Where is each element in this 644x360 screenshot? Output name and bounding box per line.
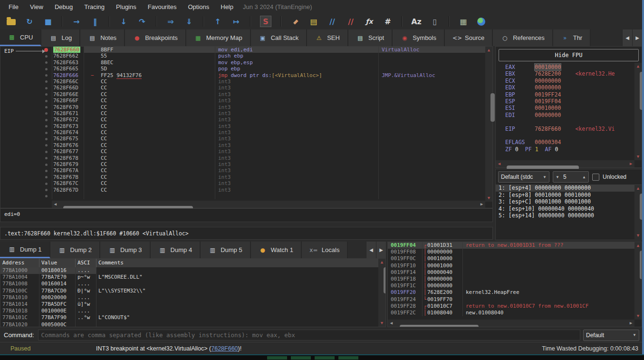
stack-row[interactable]: 0019FF14 │ 00000040 bbox=[388, 269, 642, 276]
stack-row[interactable]: 0019FF04 ┌ 01001D31 return to new.01001D… bbox=[388, 242, 642, 249]
tab-script[interactable]: ▤ Script bbox=[348, 29, 393, 46]
register-row[interactable]: EDI 00000000 bbox=[496, 112, 642, 118]
toolbar-separator[interactable] bbox=[62, 16, 63, 27]
cpu-flag[interactable]: ZF0 bbox=[505, 146, 519, 153]
comments-icon[interactable]: ▤ bbox=[309, 16, 318, 27]
disassembly-row[interactable] bbox=[40, 193, 485, 199]
disassembly-row[interactable]: 7628F674 CC int3 bbox=[40, 129, 485, 136]
stack-horizontal-scrollbar[interactable]: ◀ ▶ bbox=[388, 320, 634, 327]
strings-icon[interactable]: Az bbox=[412, 16, 421, 27]
argument-row[interactable]: 4:[esp+10]0000004000000040 bbox=[496, 205, 642, 213]
tab-log[interactable]: ▤ Log bbox=[41, 29, 80, 46]
register-row[interactable]: EFLAGS 00000304 bbox=[496, 139, 642, 146]
registers-vertical-scrollbar[interactable]: ▲ ▼ bbox=[634, 63, 642, 160]
command-profile-select[interactable]: Default ▼ bbox=[583, 330, 639, 341]
tab-notes[interactable]: ▤ Notes bbox=[80, 29, 125, 46]
register-row[interactable] bbox=[496, 118, 642, 125]
disassembly-row[interactable]: 7628F66D CC int3 bbox=[40, 85, 485, 91]
modules-icon[interactable]: ▯ bbox=[430, 16, 440, 27]
trace-over-icon[interactable]: ∕∕ bbox=[346, 16, 356, 27]
menu-item[interactable]: View bbox=[24, 1, 49, 13]
register-row[interactable]: EBP 0019FF24 bbox=[496, 91, 642, 98]
menu-item[interactable]: File bbox=[3, 1, 24, 13]
dump-vertical-scrollbar[interactable]: ▲ ▼ bbox=[378, 259, 385, 327]
toolbar-separator[interactable] bbox=[250, 16, 251, 27]
dump-row[interactable]: 77BA1000 00180016 .... bbox=[0, 267, 385, 274]
argument-row[interactable]: 3:[esp+C]0000100000001000 bbox=[496, 198, 642, 205]
toolbar-separator[interactable] bbox=[280, 16, 281, 27]
stack-row[interactable]: 0019FF1C │ 00000000 bbox=[388, 282, 642, 289]
disassembly-row[interactable]: 7628F672 CC int3 bbox=[40, 117, 485, 123]
menu-item[interactable]: Debug bbox=[49, 1, 78, 13]
registers-horizontal-scrollbar[interactable]: ◀ ▶ bbox=[496, 160, 634, 167]
tab-source[interactable]: <> Source bbox=[445, 29, 493, 46]
dump-row[interactable]: 77BA1020 0005000C bbox=[0, 321, 385, 328]
execute-till-return-icon[interactable]: ↑ bbox=[213, 16, 222, 27]
stack-view[interactable]: 0019FF04 ┌ 01001D31 return to new.01001D… bbox=[387, 242, 642, 327]
breakpoint-address-link[interactable]: 7628F660 bbox=[211, 345, 238, 352]
menu-item[interactable]: Favourites bbox=[142, 1, 183, 13]
calculator-icon[interactable]: ▦ bbox=[459, 16, 468, 27]
tab-dump-3[interactable]: ▥ Dump 3 bbox=[100, 242, 151, 258]
hide-fpu-button[interactable]: Hide FPU bbox=[499, 49, 639, 61]
open-file-icon[interactable] bbox=[7, 19, 16, 25]
disassembly-row[interactable]: 7628F663 8BEC mov ebp,esp bbox=[40, 59, 485, 66]
menu-item[interactable]: Options bbox=[182, 1, 215, 13]
stack-row[interactable]: 0019FF18 │ 00000000 bbox=[388, 276, 642, 282]
scroll-right-icon[interactable]: ▶ bbox=[632, 29, 642, 46]
disassembly-row[interactable]: 7628F670 CC int3 bbox=[40, 104, 485, 110]
stack-row[interactable]: 0019FF20 │ 7628E200 kernel32.HeapFree bbox=[388, 289, 642, 296]
disassembly-horizontal-scrollbar[interactable]: ◀ ▶ bbox=[52, 201, 485, 208]
cpu-flag[interactable]: PF1 bbox=[525, 146, 538, 153]
tab-cpu[interactable]: ▩ CPU bbox=[0, 29, 41, 46]
toolbar-separator[interactable] bbox=[402, 16, 403, 27]
scroll-right-icon[interactable]: ▶ bbox=[376, 242, 386, 258]
disassembly-row[interactable]: 7628F662 55 push ebp bbox=[40, 53, 485, 59]
step-over-icon[interactable]: ↷ bbox=[137, 16, 147, 27]
run-to-user-code-icon[interactable]: ⇒ bbox=[166, 16, 175, 27]
menu-item[interactable]: Help bbox=[215, 1, 239, 13]
argument-row[interactable]: 2:[esp+8]0001000000010000 bbox=[496, 192, 642, 199]
disassembly-row[interactable]: 7628F66F CC int3 bbox=[40, 97, 485, 104]
run-outside-module-icon[interactable]: ↦ bbox=[231, 16, 241, 27]
calling-convention-select[interactable]: Default (stdc ▼ bbox=[498, 171, 549, 183]
trace-into-icon[interactable]: ∕∕ bbox=[327, 16, 337, 27]
stack-row[interactable]: 0019FF10 │ 00001000 bbox=[388, 263, 642, 269]
dump-row[interactable]: 77BA1018 0010000E .... bbox=[0, 308, 385, 314]
dump-row[interactable]: 77BA1010 00020000 .... bbox=[0, 294, 385, 301]
tab-seh[interactable]: ⚠ SEH bbox=[307, 29, 348, 46]
patches-icon[interactable]: ▬ bbox=[288, 14, 302, 29]
disassembly-row[interactable]: 7628F679 CC int3 bbox=[40, 161, 485, 167]
tab-dump-4[interactable]: ▥ Dump 4 bbox=[151, 242, 201, 258]
argument-row[interactable]: 1:[esp+4]0000000000000000 bbox=[496, 185, 642, 192]
stack-row[interactable]: 0019FF2C │ 01008040 new.01008040 bbox=[388, 310, 642, 316]
menu-item[interactable]: Plugins bbox=[110, 1, 142, 13]
source-mode-toggle-icon[interactable]: S bbox=[260, 16, 271, 27]
register-row[interactable]: EBX 7628E200 <kernel32.He bbox=[496, 70, 642, 77]
disassembly-view[interactable]: EIP 7628F660 8BFF mov edi,edi VirtualAll… bbox=[0, 46, 493, 208]
disassembly-row[interactable]: 7628F67B CC int3 bbox=[40, 174, 485, 180]
disassembly-row[interactable]: 7628F67A CC int3 bbox=[40, 167, 485, 174]
scroll-left-icon[interactable]: ◀ bbox=[366, 242, 376, 258]
disassembly-row[interactable]: 7628F677 CC int3 bbox=[40, 148, 485, 155]
stack-vertical-scrollbar[interactable]: ▲ ▼ bbox=[634, 242, 642, 320]
register-row[interactable]: ECX 00000000 bbox=[496, 78, 642, 84]
register-row[interactable]: ESP 0019FF04 bbox=[496, 98, 642, 105]
tab-breakpoints[interactable]: ● Breakpoints bbox=[125, 29, 186, 46]
register-row[interactable]: EDX 00000000 bbox=[496, 84, 642, 91]
animate-into-icon[interactable]: ⇓ bbox=[184, 16, 194, 27]
stack-row[interactable]: 0019FF0C │ 00010000 bbox=[388, 255, 642, 262]
dump-row[interactable]: 77BA1004 77BA7E70 p~°w L"MSCOREE.DLL" bbox=[0, 274, 385, 281]
dump-row[interactable]: 77BA101C 77BA7F90 ..°w L"CONOUT$" bbox=[0, 314, 385, 321]
run-icon[interactable]: → bbox=[72, 16, 81, 27]
command-input[interactable] bbox=[38, 330, 580, 341]
hash-label-icon[interactable]: # bbox=[383, 16, 393, 27]
cpu-flag[interactable]: AF0 bbox=[545, 146, 558, 153]
tab-call-stack[interactable]: ▣ Call Stack bbox=[251, 29, 308, 46]
argument-count-stepper[interactable]: ▼ 5 ▲ bbox=[553, 171, 589, 183]
tab-symbols[interactable]: ◉ Symbols bbox=[393, 29, 445, 46]
disassembly-row[interactable]: 7628F66C CC int3 bbox=[40, 78, 485, 85]
disassembly-row[interactable]: 7628F660 8BFF mov edi,edi VirtualAlloc bbox=[40, 47, 485, 53]
stack-row[interactable]: 0019FF24 └ 0019FF70 bbox=[388, 296, 642, 303]
register-row[interactable]: ESI 00010000 bbox=[496, 105, 642, 111]
